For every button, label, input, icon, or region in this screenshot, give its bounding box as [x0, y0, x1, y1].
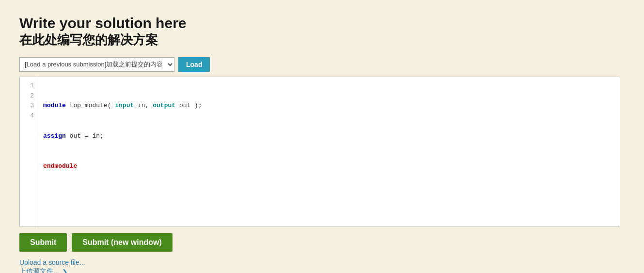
code-line-3: endmodule	[43, 161, 614, 172]
code-editor: 1 2 3 4 module top_module( input in, out…	[19, 77, 620, 226]
line-numbers: 1 2 3 4	[20, 77, 37, 226]
code-line-1: module top_module( input in, output out …	[43, 101, 614, 111]
keyword-module: module	[43, 101, 66, 111]
submit-new-window-button[interactable]: Submit (new window)	[72, 233, 173, 252]
load-button[interactable]: Load	[178, 57, 210, 72]
code-content[interactable]: module top_module( input in, output out …	[37, 77, 620, 226]
code-line-2: assign out = in;	[43, 131, 614, 142]
upload-link-en[interactable]: Upload a source file...	[19, 258, 625, 266]
chevron-down-icon[interactable]: ❯	[62, 268, 68, 273]
keyword-output: output	[153, 101, 175, 111]
line-number-2: 2	[23, 91, 34, 101]
keyword-endmodule: endmodule	[43, 161, 77, 172]
keyword-input: input	[115, 101, 134, 111]
submission-select[interactable]: [Load a previous submission]加载之前提交的内容	[19, 57, 174, 72]
line-number-4: 4	[23, 111, 34, 121]
load-row: [Load a previous submission]加载之前提交的内容 Lo…	[19, 57, 625, 72]
upload-section: Upload a source file... 上传源文件... ❯	[19, 258, 625, 273]
button-row: Submit Submit (new window)	[19, 233, 625, 252]
code-line-4	[43, 192, 614, 202]
keyword-assign: assign	[43, 131, 66, 142]
upload-link-zh[interactable]: 上传源文件...	[19, 267, 59, 273]
page-title-en: Write your solution here	[19, 15, 625, 32]
line-number-3: 3	[23, 101, 34, 111]
page-container: Write your solution here 在此处编写您的解决方案 [Lo…	[0, 0, 644, 273]
submit-button[interactable]: Submit	[19, 233, 67, 252]
line-number-1: 1	[23, 81, 34, 91]
upload-row-zh: 上传源文件... ❯	[19, 267, 625, 273]
page-title-zh: 在此处编写您的解决方案	[19, 32, 625, 48]
